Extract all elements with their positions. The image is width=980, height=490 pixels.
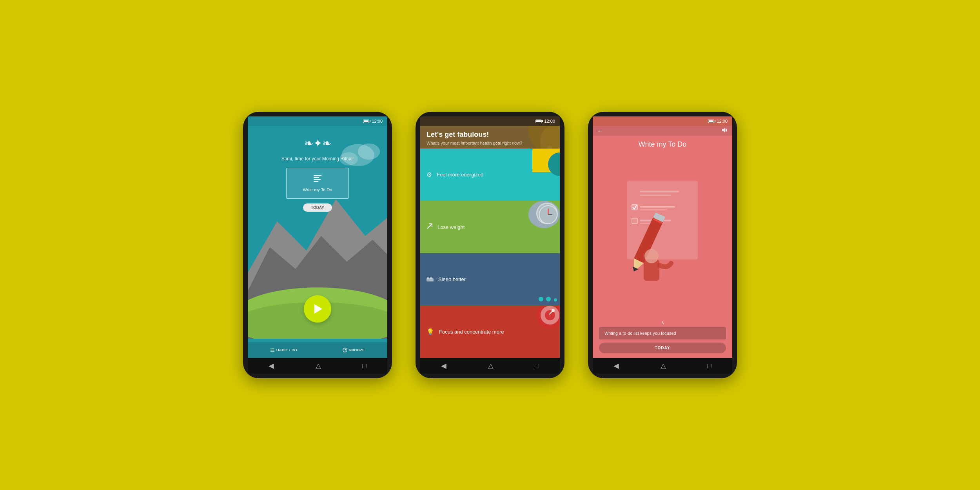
phone2-header: Let's get fabulous! What's your most imp… <box>420 126 560 149</box>
snooze-btn[interactable]: SNOOZE <box>343 348 365 352</box>
clock-deco <box>536 203 558 224</box>
recent-nav-3[interactable]: □ <box>707 362 711 370</box>
time-3: 12:00 <box>717 119 728 123</box>
phone3-main: ← Write my To Do <box>593 126 732 358</box>
goal-item-weight[interactable]: Lose weight <box>420 201 560 253</box>
svg-point-47 <box>644 249 659 263</box>
play-icon <box>314 304 322 314</box>
svg-rect-37 <box>640 209 667 211</box>
battery-icon-3 <box>708 120 714 123</box>
today-button-1[interactable]: TODAY <box>303 203 332 212</box>
info-text: Writing a to-do list keeps you focused <box>604 331 676 336</box>
phone2-main: Let's get fabulous! What's your most imp… <box>420 126 560 358</box>
bottom-bar-1: HABIT LIST SNOOZE <box>248 342 387 358</box>
svg-marker-5 <box>248 236 387 339</box>
battery-icon-2 <box>535 120 542 123</box>
svg-rect-24 <box>427 277 429 279</box>
status-bar-3: 12:00 <box>593 116 732 126</box>
sound-button-3[interactable] <box>721 127 728 134</box>
dots-deco <box>538 296 558 303</box>
focus-deco <box>521 305 560 358</box>
morning-ritual-text: Sami, time for your Morning Ritual! <box>274 156 362 162</box>
svg-text:❧✦❧: ❧✦❧ <box>304 137 331 149</box>
habit-list-label: HABIT LIST <box>276 348 298 352</box>
sleep-label: Sleep better <box>438 276 466 282</box>
svg-marker-31 <box>722 128 725 132</box>
status-bar-2: 12:00 <box>420 116 560 126</box>
nav-bar-3: ◀ △ □ <box>593 358 732 374</box>
phone-3: 12:00 ← Write my To Do <box>588 112 737 378</box>
todo-card-label: Write my To Do <box>303 187 332 192</box>
svg-rect-33 <box>640 191 679 192</box>
svg-rect-36 <box>640 206 675 208</box>
home-nav-1[interactable]: △ <box>316 361 321 370</box>
status-bar-1: 12:00 <box>248 116 387 126</box>
todo-card[interactable]: Write my To Do <box>286 168 349 199</box>
phone3-top-bar: ← <box>593 126 732 136</box>
svg-point-30 <box>552 309 555 312</box>
energized-icon: ⚙ <box>426 171 432 178</box>
recent-nav-1[interactable]: □ <box>362 362 367 370</box>
home-nav-2[interactable]: △ <box>488 361 494 370</box>
svg-rect-38 <box>632 218 637 224</box>
chevron-up: ∧ <box>593 320 732 325</box>
svg-rect-34 <box>640 195 671 196</box>
nav-bar-2: ◀ △ □ <box>420 358 560 374</box>
focus-label: Focus and concentrate more <box>439 329 504 335</box>
habit-list-btn[interactable]: HABIT LIST <box>270 348 298 352</box>
goal-items: ⚙ Feel more energized Lose <box>420 149 560 358</box>
weight-deco <box>521 201 560 253</box>
home-nav-3[interactable]: △ <box>661 361 666 370</box>
phone1-main: ✕ ❧✦❧ <box>248 126 387 358</box>
todo-title-3: Write my To Do <box>593 140 732 149</box>
weight-icon <box>426 223 433 231</box>
goal-item-energized[interactable]: ⚙ Feel more energized <box>420 149 560 201</box>
weight-label: Lose weight <box>437 224 465 230</box>
info-panel: Writing a to-do list keeps you focused <box>599 327 726 339</box>
back-nav-3[interactable]: ◀ <box>613 361 619 370</box>
energized-label: Feel more energized <box>437 172 483 178</box>
focus-icon: 💡 <box>426 328 434 336</box>
battery-icon-1 <box>363 120 369 123</box>
time-1: 12:00 <box>372 119 383 123</box>
today-button-3[interactable]: TODAY <box>599 343 726 353</box>
phone-1: 12:00 ✕ <box>243 112 392 378</box>
back-nav-2[interactable]: ◀ <box>441 361 446 370</box>
snooze-label: SNOOZE <box>349 348 365 352</box>
svg-point-1 <box>341 144 374 166</box>
play-button[interactable] <box>304 295 331 323</box>
energized-deco <box>521 149 560 201</box>
time-2: 12:00 <box>544 119 555 123</box>
svg-rect-25 <box>430 277 432 279</box>
nav-bar-1: ◀ △ □ <box>248 358 387 374</box>
sleep-deco <box>521 253 560 306</box>
goal-item-focus[interactable]: 💡 Focus and concentrate more <box>420 305 560 358</box>
back-nav-1[interactable]: ◀ <box>269 361 274 370</box>
ornament: ❧✦❧ <box>302 135 333 153</box>
todo-illustration <box>593 152 732 320</box>
recent-nav-2[interactable]: □ <box>535 362 539 370</box>
sleep-icon <box>426 276 434 283</box>
close-icon[interactable]: ✕ <box>252 129 257 135</box>
goal-item-sleep[interactable]: Sleep better <box>420 253 560 306</box>
phone-2: 12:00 Let's get fabulous! What's your mo… <box>416 112 564 378</box>
todo-card-icon <box>313 174 322 184</box>
svg-line-19 <box>427 224 432 229</box>
back-button-3[interactable]: ← <box>597 128 603 134</box>
